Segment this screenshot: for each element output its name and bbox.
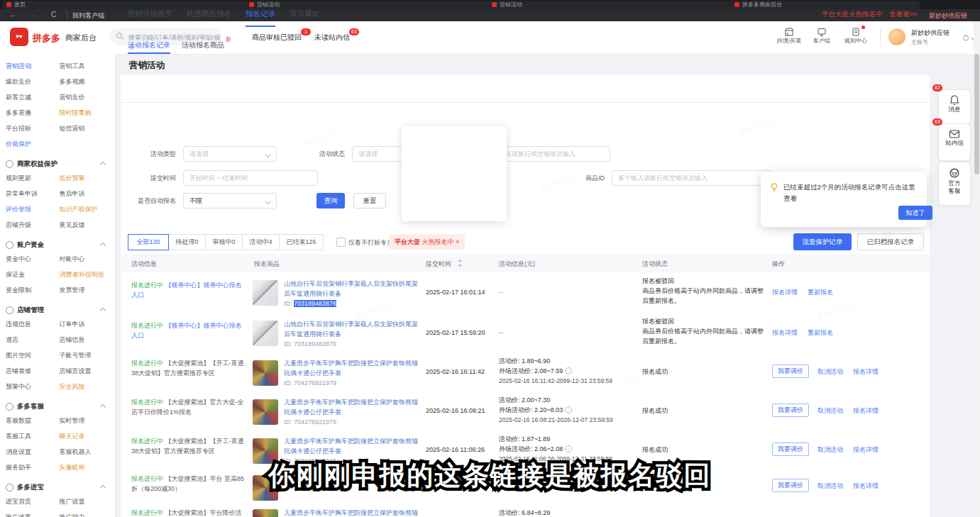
rule-center-entry[interactable]: 规则中心 xyxy=(840,27,871,45)
time-range-input[interactable]: 开始时间 ~ 结束时间 xyxy=(183,170,318,186)
detail-link[interactable]: 报名详情 xyxy=(853,367,879,377)
sidebar-item[interactable]: 短信营销 xyxy=(60,121,115,136)
mail-entry[interactable]: 站内信 xyxy=(938,123,971,161)
open-dropdown-panel[interactable] xyxy=(402,126,507,221)
client-app-entry[interactable]: 客户端 xyxy=(809,27,835,45)
detail-link[interactable]: 报名详情 xyxy=(853,406,879,416)
info-icon[interactable]: i xyxy=(565,367,572,374)
sidebar-item[interactable]: 多多直播 xyxy=(0,105,60,121)
sidebar-item[interactable]: 新客立减 xyxy=(0,89,60,105)
product-title[interactable]: 儿童滑步平衡车护胸车把防撞把立保护套饰熊猫玩偶卡通公仔把手装 xyxy=(284,437,420,457)
sidebar-item[interactable]: 规则更新 xyxy=(0,170,60,186)
detail-link[interactable]: 报名详情 xyxy=(772,328,798,338)
product-image[interactable] xyxy=(253,509,278,517)
search-button[interactable]: 查询 xyxy=(316,193,345,209)
sidebar-item[interactable]: 店铺页设置 xyxy=(60,363,115,379)
cancel-link[interactable]: 取消活动 xyxy=(817,445,843,455)
segment-all[interactable]: 全部130 xyxy=(128,234,169,250)
product-title[interactable]: 山地自行车后货架钢行李架载人后支架快拆尾架后车筐通用骑行装备 xyxy=(284,279,420,299)
traffic-protection-button[interactable]: 流量保护记录 xyxy=(793,233,852,250)
sidebar-item[interactable]: 消息设置 xyxy=(0,444,60,460)
sidebar-item[interactable]: 店铺信息 xyxy=(60,332,115,348)
audit-rejected-link[interactable]: 商品审核已驳回 xyxy=(252,33,302,43)
adjust-price-button[interactable]: 我要调价 xyxy=(772,443,809,456)
sidebar-item[interactable]: 平台招标 xyxy=(0,121,60,136)
sidebar-item[interactable]: 对账中心 xyxy=(60,251,115,267)
detail-link[interactable]: 报名详情 xyxy=(772,288,798,298)
sidebar-item[interactable]: 价格保护 xyxy=(0,136,60,152)
cancel-link[interactable]: 取消活动 xyxy=(817,406,843,416)
reset-button[interactable]: 重置 xyxy=(353,193,386,209)
sidebar-item[interactable]: 安全风险 xyxy=(60,379,115,394)
sidebar-item[interactable]: 限时限量购 xyxy=(60,105,115,121)
sidebar-item-marketing-campaign[interactable]: 营销活动 xyxy=(0,58,60,74)
resignup-link[interactable]: 重新报名 xyxy=(808,328,833,338)
sidebar-item[interactable]: 消费者补偿明细 xyxy=(60,267,115,282)
product-image[interactable] xyxy=(253,399,278,425)
product-title[interactable]: 山地自行车后货架钢行李架载人后支架快拆尾架后车筐通用骑行装备 xyxy=(284,320,420,340)
sidebar-item[interactable]: 子账号管理 xyxy=(60,348,115,363)
sidebar-item[interactable]: 聊天记录 xyxy=(60,428,115,444)
detail-link[interactable]: 报名详情 xyxy=(853,445,879,455)
segment-pending[interactable]: 待处理0 xyxy=(168,234,206,250)
promo-link[interactable]: 平台大促火热报名中，去看看>> xyxy=(822,10,918,19)
archived-records-button[interactable]: 已归档报名记录 xyxy=(857,233,924,250)
segment-active[interactable]: 活动中4 xyxy=(242,234,280,250)
messages-entry[interactable]: 消息 xyxy=(938,89,971,125)
address-url-text[interactable]: 回到客户端 xyxy=(72,11,104,21)
adjust-price-button[interactable]: 我要调价 xyxy=(772,404,809,417)
sidebar-item[interactable]: 店铺装修 xyxy=(0,363,60,379)
adjust-price-button[interactable]: 我要调价 xyxy=(772,365,809,378)
product-title[interactable]: 儿童滑步平衡车护胸车把防撞把立保护套饰熊猫玩偶卡通公仔把手装 xyxy=(284,508,420,517)
sidebar-section-shop-management[interactable]: 店铺管理 xyxy=(0,304,115,316)
product-image[interactable] xyxy=(253,360,278,386)
crossborder-entry[interactable]: 跨境/买菜 xyxy=(775,27,803,45)
sidebar-item[interactable]: 预警中心 xyxy=(0,379,60,394)
official-support-entry[interactable]: 官方客服 xyxy=(938,162,971,206)
sidebar-item[interactable]: 多多视频 xyxy=(60,74,115,89)
promo-pill[interactable]: 平台大促 火热报名中 > xyxy=(389,234,465,250)
sidebar-item[interactable]: 营销竞价 xyxy=(60,89,115,105)
sidebar-item[interactable]: 营销工具 xyxy=(60,58,115,74)
sidebar-item[interactable]: 评价举报 xyxy=(0,201,60,217)
sidebar-item[interactable]: 客服工具 xyxy=(0,428,60,444)
subtab-activity-goods[interactable]: 活动报名商品 xyxy=(182,40,224,50)
goods-id-input[interactable]: 多个输入请换行或空格依次输入 xyxy=(612,170,772,186)
sidebar-item[interactable]: 退店 xyxy=(0,332,60,348)
auto-signup-select[interactable]: 不限 xyxy=(183,193,277,209)
sidebar-item[interactable]: 实时管理 xyxy=(60,413,115,428)
sidebar-item[interactable]: 爆款竞价 xyxy=(0,74,60,89)
info-icon[interactable]: i xyxy=(565,445,572,452)
tab-opportunity-signup[interactable]: 机遇商品报名 xyxy=(187,9,231,19)
tab-campaign-home[interactable]: 营销活动首页 xyxy=(128,9,172,19)
sidebar-item[interactable]: 异常单申诉 xyxy=(0,186,60,201)
sidebar-section-customer-service[interactable]: 多多客服 xyxy=(0,400,115,413)
filter-checkbox[interactable] xyxy=(336,238,346,247)
avatar[interactable] xyxy=(888,28,905,45)
sidebar-item[interactable]: 订单申诉 xyxy=(60,316,115,332)
segment-reviewing[interactable]: 审核中0 xyxy=(205,234,243,250)
product-image[interactable] xyxy=(253,321,278,346)
sidebar-item[interactable]: 资金中心 xyxy=(0,251,60,267)
sidebar-item[interactable]: 图片空间 xyxy=(0,348,60,363)
power-icon[interactable] xyxy=(962,34,969,41)
sidebar-item[interactable]: 客服数据 xyxy=(0,413,60,428)
filter-type-select[interactable]: 请选择 xyxy=(183,146,277,162)
cancel-link[interactable]: 取消活动 xyxy=(817,367,843,377)
browser-tab[interactable]: 首页 xyxy=(3,1,253,9)
segment-ended[interactable]: 已结束126 xyxy=(279,234,324,250)
sidebar-item[interactable]: 意见反馈 xyxy=(60,217,115,233)
tab-million-bestsellers[interactable]: 百万爆款 xyxy=(290,9,319,19)
sidebar-item[interactable]: 推广助力 xyxy=(60,509,115,517)
scrollbar-thumb[interactable] xyxy=(974,54,979,174)
sidebar-item[interactable]: 违规信息 xyxy=(0,316,60,332)
sidebar-item[interactable]: 发票管理 xyxy=(60,282,115,298)
sidebar-section-account-funds[interactable]: 账户资金 xyxy=(0,238,115,251)
product-id-selected[interactable]: 703189483876 xyxy=(294,300,336,307)
forward-icon[interactable]: → xyxy=(30,11,37,18)
product-title[interactable]: 儿童滑步平衡车护胸车把防撞把立保护套饰熊猫玩偶卡通公仔把手装 xyxy=(284,398,420,418)
browser-tab[interactable]: 拼多多商家后台 xyxy=(731,1,920,9)
info-icon[interactable]: i xyxy=(565,406,572,413)
sidebar-item[interactable]: 资金限制 xyxy=(0,282,60,298)
sidebar-item[interactable]: 店铺升级 xyxy=(0,217,60,233)
